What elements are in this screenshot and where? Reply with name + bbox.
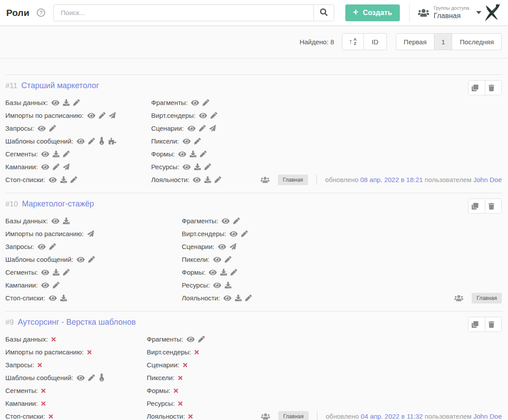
search-group bbox=[53, 4, 334, 21]
trash-icon bbox=[488, 321, 494, 328]
permission-grid: Базы данных:Фрагменты:Импорты по расписа… bbox=[5, 214, 503, 304]
card-title: #10Маркетолог-стажёр bbox=[5, 199, 503, 209]
updated-date-link[interactable]: 08 апр. 2022 в 18:21 bbox=[360, 176, 423, 183]
eye-icon bbox=[183, 163, 191, 171]
role-card: #9Аутсорсинг - Верстка шаблоновБазы данн… bbox=[5, 311, 503, 420]
copy-icon bbox=[472, 203, 478, 210]
permission-label: Шаблоны сообщений: bbox=[5, 137, 73, 145]
page-title: Роли bbox=[6, 8, 29, 18]
download-icon bbox=[53, 269, 59, 276]
permission-row: Кампании: bbox=[5, 160, 151, 173]
permission-label: Сегменты: bbox=[5, 150, 38, 158]
permission-row: Фрагменты: bbox=[182, 214, 503, 227]
access-groups-value: Главная bbox=[434, 12, 469, 20]
eye-icon bbox=[188, 125, 195, 132]
trash-icon bbox=[488, 203, 494, 210]
deny-icon bbox=[178, 375, 183, 381]
permission-row: Сценарии: bbox=[151, 122, 503, 135]
permission-label: Базы данных: bbox=[5, 99, 48, 106]
access-groups-label: Группы доступа bbox=[434, 5, 469, 11]
send-icon bbox=[87, 230, 94, 237]
deny-icon bbox=[41, 401, 46, 407]
chevron-down-icon bbox=[476, 11, 481, 14]
found-count: Найдено: 8 bbox=[300, 38, 334, 46]
permission-label: Стоп-списки: bbox=[5, 412, 45, 420]
permission-label: Пиксели: bbox=[151, 137, 179, 145]
permission-label: Шаблоны сообщений: bbox=[5, 374, 73, 381]
permission-row: Стоп-списки: bbox=[5, 410, 147, 420]
pagination-current-page[interactable]: 1 bbox=[434, 33, 452, 50]
search-input[interactable] bbox=[54, 5, 313, 21]
pagination-last-button[interactable]: Последняя bbox=[452, 33, 502, 50]
create-button[interactable]: Создать bbox=[345, 4, 400, 21]
pagination-first-button[interactable]: Первая bbox=[396, 33, 435, 50]
permission-row: Стоп-списки: bbox=[5, 292, 182, 304]
updated-user-link[interactable]: John Doe bbox=[473, 176, 502, 183]
send-icon bbox=[109, 112, 116, 119]
permission-label: Фрагменты: bbox=[151, 99, 188, 106]
eye-icon bbox=[218, 243, 226, 250]
eye-icon bbox=[51, 218, 59, 225]
deny-icon bbox=[174, 388, 178, 394]
download-icon bbox=[225, 282, 231, 288]
copy-role-button[interactable] bbox=[469, 317, 485, 331]
pencil-icon bbox=[49, 243, 56, 250]
permission-row: Вирт.сендеры: bbox=[147, 346, 503, 358]
download-icon bbox=[190, 151, 196, 157]
updated-user-link[interactable]: John Doe bbox=[473, 412, 502, 420]
permission-row: Пиксели: bbox=[182, 253, 503, 266]
permission-label: Запросы: bbox=[5, 243, 34, 250]
role-title-link[interactable]: Аутсорсинг - Верстка шаблонов bbox=[18, 318, 136, 327]
role-title-link[interactable]: Старший маркетолог bbox=[21, 81, 99, 90]
permission-label: Фрагменты: bbox=[147, 335, 183, 343]
role-card-list: #11Старший маркетологБазы данных:Фрагмен… bbox=[0, 58, 508, 420]
pencil-icon bbox=[49, 125, 56, 132]
delete-role-button[interactable] bbox=[485, 81, 501, 95]
eye-icon bbox=[230, 230, 238, 237]
pencil-icon bbox=[200, 151, 207, 157]
permission-row: Формы: bbox=[151, 148, 503, 160]
copy-role-button[interactable] bbox=[469, 81, 485, 95]
permission-label: Вирт.сендеры: bbox=[151, 112, 195, 119]
permission-row: Ресурсы: bbox=[147, 397, 503, 410]
role-card: #10Маркетолог-стажёрБазы данных:Фрагмент… bbox=[5, 193, 503, 311]
card-title: #11Старший маркетолог bbox=[5, 81, 503, 90]
eye-icon bbox=[77, 138, 85, 145]
updated-date-link[interactable]: 04 апр. 2022 в 11:32 bbox=[361, 412, 423, 420]
eye-icon bbox=[199, 112, 207, 119]
eye-icon bbox=[51, 99, 59, 106]
sort-alpha-up-icon: ↑ AZ bbox=[349, 38, 357, 46]
delete-role-button[interactable] bbox=[485, 317, 501, 331]
eye-icon bbox=[209, 269, 217, 276]
footer-divider bbox=[317, 412, 317, 420]
eye-icon bbox=[38, 243, 46, 250]
role-title-link[interactable]: Маркетолог-стажёр bbox=[22, 199, 94, 209]
sort-id-button[interactable]: ID bbox=[364, 33, 387, 50]
pencil-icon bbox=[215, 176, 221, 183]
deny-icon bbox=[188, 413, 193, 420]
key-icon bbox=[98, 138, 105, 144]
permission-label: Базы данных: bbox=[5, 335, 48, 343]
permission-row: Пиксели: bbox=[147, 371, 503, 384]
permission-label: Фрагменты: bbox=[182, 217, 218, 225]
delete-role-button[interactable] bbox=[485, 199, 501, 213]
permission-row: Формы: bbox=[182, 266, 503, 279]
access-group-badge: Главная bbox=[278, 411, 309, 420]
deny-icon bbox=[38, 362, 42, 368]
permission-row: Пиксели: bbox=[151, 135, 503, 148]
access-groups-selector[interactable]: Группы доступа Главная bbox=[418, 5, 481, 19]
permission-label: Сегменты: bbox=[5, 268, 38, 276]
eye-icon bbox=[49, 176, 57, 183]
search-button[interactable] bbox=[313, 5, 334, 21]
permission-row: Шаблоны сообщений: bbox=[5, 253, 182, 266]
sort-alpha-button[interactable]: ↑ AZ bbox=[342, 33, 364, 50]
role-id: #11 bbox=[5, 82, 17, 90]
help-icon[interactable]: ? bbox=[37, 8, 45, 17]
permission-label: Формы: bbox=[147, 387, 170, 394]
permission-row: Формы: bbox=[147, 384, 503, 397]
copy-role-button[interactable] bbox=[469, 199, 485, 213]
permission-row: Сценарии: bbox=[182, 240, 503, 253]
pencil-icon bbox=[53, 282, 59, 288]
eye-icon bbox=[193, 176, 201, 183]
permission-label: Кампании: bbox=[5, 163, 38, 171]
